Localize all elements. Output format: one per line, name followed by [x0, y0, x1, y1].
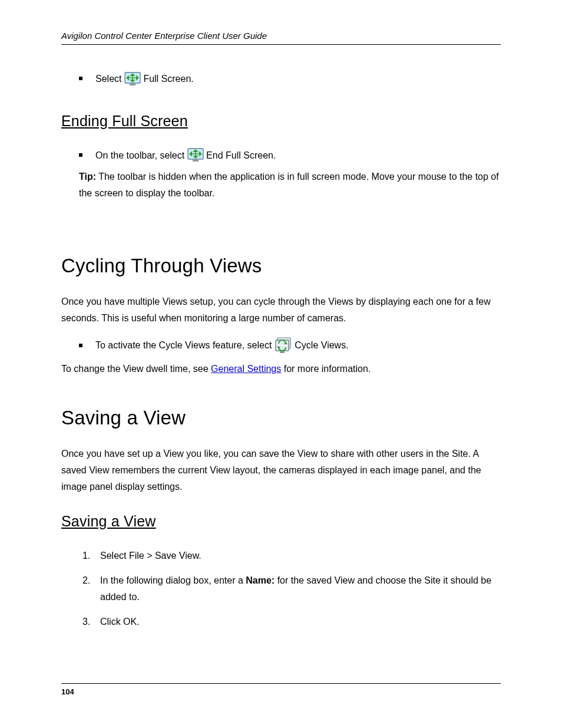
text: To change the View dwell time, see	[61, 364, 211, 374]
fullscreen-icon	[187, 148, 204, 162]
paragraph-cycling: Once you have multiple Views setup, you …	[61, 294, 501, 327]
bullet-icon	[79, 153, 82, 157]
link-general-settings[interactable]: General Settings	[211, 364, 281, 374]
text: for more information.	[281, 364, 371, 374]
bullet-cycle-views: To activate the Cycle Views feature, sel…	[79, 337, 501, 354]
running-header: Avigilon Control Center Enterprise Clien…	[61, 31, 501, 45]
step-text: Click OK.	[100, 614, 501, 630]
ordered-list-save-steps: 1. Select File > Save View. 2. In the fo…	[82, 548, 501, 630]
bullet-end-fullscreen: On the toolbar, select End Full Screen.	[79, 147, 501, 163]
list-number: 1.	[82, 548, 94, 564]
step-text: In the following dialog box, enter a	[100, 575, 246, 585]
text: On the toolbar, select	[95, 150, 187, 160]
list-number: 2.	[82, 572, 94, 605]
svg-rect-17	[276, 340, 289, 351]
heading-cycling-views: Cycling Through Views	[61, 255, 501, 277]
text: To activate the Cycle Views feature, sel…	[95, 340, 275, 350]
page-footer: 104	[61, 683, 501, 696]
text: Full Screen.	[143, 74, 193, 84]
subheading-saving-a-view: Saving a View	[61, 513, 501, 530]
heading-ending-full-screen: Ending Full Screen	[61, 113, 501, 130]
text: End Full Screen.	[206, 150, 276, 160]
list-item: 2. In the following dialog box, enter a …	[82, 572, 501, 605]
bullet-icon	[79, 77, 82, 80]
text: Cycle Views.	[295, 340, 348, 350]
svg-rect-18	[280, 351, 285, 353]
tip-text: The toolbar is hidden when the applicati…	[79, 172, 499, 198]
tip-paragraph: Tip: The toolbar is hidden when the appl…	[79, 169, 501, 202]
paragraph-saving: Once you have set up a View you like, yo…	[61, 446, 501, 495]
text: Select	[95, 74, 124, 84]
svg-rect-9	[193, 160, 199, 162]
svg-rect-1	[130, 84, 135, 85]
step-bold: Name:	[246, 575, 275, 585]
bullet-icon	[79, 344, 82, 347]
paragraph-cycle-link: To change the View dwell time, see Gener…	[61, 361, 501, 377]
tip-label: Tip:	[79, 172, 96, 182]
cycle-views-icon	[275, 337, 292, 354]
heading-saving-a-view: Saving a View	[61, 407, 501, 429]
fullscreen-icon	[124, 72, 141, 86]
page-number: 104	[61, 687, 74, 696]
list-item: 3. Click OK.	[82, 614, 501, 630]
list-item: 1. Select File > Save View.	[82, 548, 501, 564]
list-number: 3.	[82, 614, 94, 630]
step-text: Select File > Save View.	[100, 548, 501, 564]
bullet-enter-fullscreen: Select Full Screen.	[79, 71, 501, 87]
